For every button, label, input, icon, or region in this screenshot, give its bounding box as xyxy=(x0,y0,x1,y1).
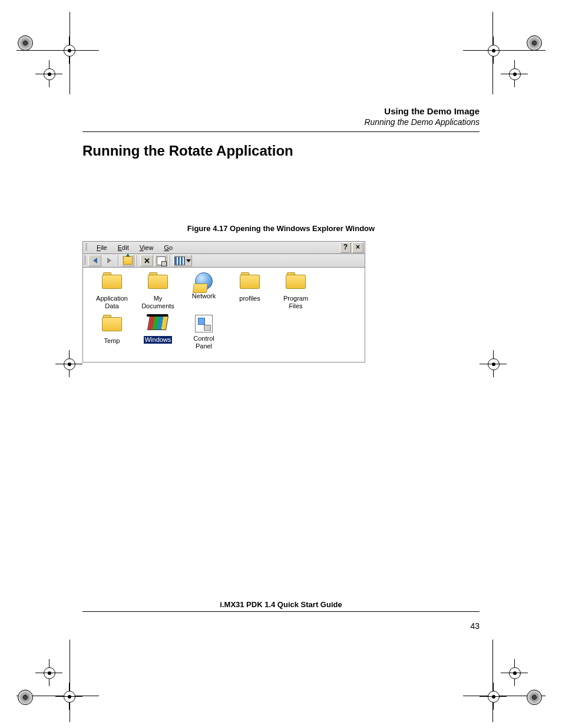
page-number: 43 xyxy=(82,621,480,631)
chevron-down-icon xyxy=(186,259,191,262)
section-title: Running the Rotate Application xyxy=(82,143,480,159)
footer: i.MX31 PDK 1.4 Quick Start Guide 43 xyxy=(82,600,480,631)
close-button[interactable]: × xyxy=(352,242,363,253)
explorer-item[interactable]: profiles xyxy=(227,272,273,310)
explorer-item-label: MyDocuments xyxy=(140,295,176,310)
subchapter-title: Running the Demo Applications xyxy=(82,117,480,127)
explorer-item-label: Windows xyxy=(144,336,173,344)
header-rule xyxy=(82,131,480,132)
windows-logo-icon xyxy=(147,316,168,330)
registration-mark-icon xyxy=(483,686,503,706)
registration-mark-icon xyxy=(59,40,79,60)
registration-mark-icon xyxy=(483,40,503,60)
page: Using the Demo Image Running the Demo Ap… xyxy=(82,35,480,654)
explorer-item[interactable]: Temp xyxy=(89,315,135,350)
folder-icon xyxy=(240,275,259,289)
explorer-item-label: Temp xyxy=(103,337,121,345)
explorer-item[interactable]: Windows xyxy=(135,315,181,350)
properties-icon xyxy=(157,256,166,265)
back-button[interactable] xyxy=(88,255,101,266)
toolbar: ✕ xyxy=(82,254,365,268)
figure-caption: Figure 4.17 Opening the Windows Explorer… xyxy=(82,224,480,233)
menu-file[interactable]: File xyxy=(94,243,110,252)
registration-mark-icon xyxy=(59,686,79,706)
menu-go[interactable]: Go xyxy=(161,243,175,252)
explorer-item[interactable]: Network xyxy=(181,272,227,310)
crop-circle-icon xyxy=(527,690,542,705)
explorer-item[interactable]: ControlPanel xyxy=(181,315,227,350)
folder-icon xyxy=(148,275,167,289)
separator-icon xyxy=(137,255,138,266)
folder-icon xyxy=(102,275,121,289)
explorer-item[interactable]: ApplicationData xyxy=(89,272,135,310)
registration-mark-icon xyxy=(39,64,59,84)
up-folder-icon xyxy=(123,256,133,265)
control-panel-icon xyxy=(195,315,213,332)
views-button[interactable] xyxy=(173,255,192,266)
network-icon xyxy=(195,272,213,290)
explorer-item-label: Network xyxy=(191,292,217,300)
x-icon: ✕ xyxy=(144,257,150,265)
footer-rule xyxy=(82,611,480,612)
help-button[interactable]: ? xyxy=(340,242,351,253)
forward-button[interactable] xyxy=(103,255,115,266)
running-header: Using the Demo Image Running the Demo Ap… xyxy=(82,106,480,127)
explorer-content: ApplicationDataMyDocumentsNetworkprofile… xyxy=(82,268,365,363)
explorer-item-label: ProgramFiles xyxy=(282,295,309,310)
arrow-right-icon xyxy=(107,258,111,263)
menu-edit[interactable]: Edit xyxy=(115,243,131,252)
grip-icon xyxy=(85,243,87,252)
explorer-item-label: ApplicationData xyxy=(95,295,129,310)
registration-mark-icon xyxy=(39,663,59,683)
explorer-window: File Edit View Go ? × ✕ ApplicationDataM… xyxy=(82,241,365,363)
folder-icon xyxy=(286,275,305,289)
menubar: File Edit View Go ? × xyxy=(82,241,365,254)
registration-mark-icon xyxy=(483,354,503,374)
explorer-item[interactable]: MyDocuments xyxy=(135,272,181,310)
views-icon xyxy=(174,256,185,265)
crop-circle-icon xyxy=(527,35,542,51)
registration-mark-icon xyxy=(504,663,524,683)
properties-button[interactable] xyxy=(154,255,167,266)
crop-circle-icon xyxy=(18,690,33,705)
separator-icon xyxy=(118,255,119,266)
crop-circle-icon xyxy=(18,35,33,51)
arrow-left-icon xyxy=(93,258,97,263)
explorer-item-label: profiles xyxy=(238,295,261,302)
explorer-item[interactable]: ProgramFiles xyxy=(273,272,319,310)
menu-view[interactable]: View xyxy=(137,243,156,252)
registration-mark-icon xyxy=(504,64,524,84)
grip-icon xyxy=(84,256,86,265)
separator-icon xyxy=(170,255,171,266)
registration-mark-icon xyxy=(59,354,79,374)
footer-title: i.MX31 PDK 1.4 Quick Start Guide xyxy=(82,600,480,609)
up-button[interactable] xyxy=(121,255,134,266)
chapter-title: Using the Demo Image xyxy=(82,106,480,116)
explorer-item-label: ControlPanel xyxy=(192,335,215,350)
folder-icon xyxy=(102,317,121,331)
delete-button[interactable]: ✕ xyxy=(140,255,153,266)
